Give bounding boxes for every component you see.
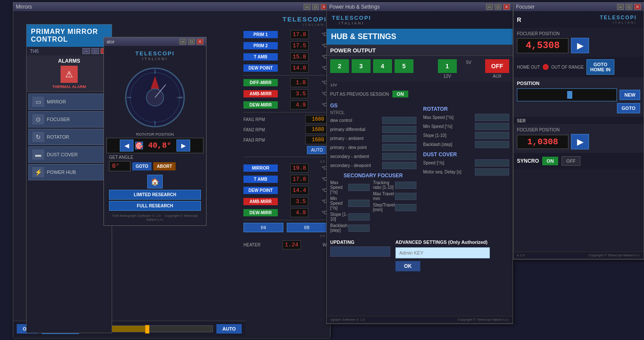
rotator-minimize-btn[interactable]: ─ [179,39,186,45]
limited-research-btn[interactable]: LIMITED RESEARCH [109,190,201,200]
rot-slope-input[interactable] [475,132,509,139]
temp-val-dewmirr2: 4.9 [290,208,308,217]
updating-input[interactable] [330,246,390,257]
dc-delay-label: Motor seq. Delay [s] [423,170,475,174]
primary-dew-label: primary - dew point [330,145,382,150]
powerhub-close-btn[interactable]: ✕ [503,4,510,10]
focuser-pos-row1: 4,5308 ▶ [517,38,640,53]
power-btn-12v[interactable]: 1 [438,59,457,73]
temp-btn-ambmirr1[interactable]: AMB-MIRR [243,90,278,97]
dc-auto-btn[interactable]: AUTO [216,324,242,334]
f4-btn[interactable]: f/4 [243,223,283,232]
setting-rot-slope: Slope [1-10] [423,132,510,139]
f8-btn[interactable]: f/8 [287,223,327,232]
focuser-titlebar: Focuser ─ □ ✕ [513,3,644,11]
focuser-play-btn1[interactable]: ▶ [571,38,589,53]
sf-slope-input[interactable] [348,213,370,221]
secondary-ambient-input[interactable] [382,153,416,160]
rotator-abort-btn[interactable]: ABORT [153,162,176,170]
syncro-on-btn[interactable]: ON [542,157,558,165]
sf-maxtravel-input[interactable] [395,193,416,200]
nav-mirror[interactable]: ▭ MIRROR [28,94,110,110]
power-btn-2[interactable]: 2 [330,59,349,73]
primary-ambient-input[interactable] [382,135,416,142]
primary-diff-input[interactable] [382,126,416,133]
goto-indicator-bar [517,88,617,101]
rot-slope-label: Slope [1-10] [423,133,475,138]
rot-minspeed-input[interactable] [475,123,509,130]
secondary-dew-input[interactable] [382,162,416,169]
heater-label: HEATER [243,243,261,247]
nav-focuser[interactable]: ⊙ FOCUSER [28,111,110,128]
rotator-close-btn[interactable]: ✕ [197,39,204,45]
temp-btn-ambmirr2[interactable]: AMB-MIRR [243,198,278,205]
rotator-goto-btn[interactable]: GOTO [132,162,152,170]
temps-ti-brand: TELESCOPI ITALIANI [243,15,327,27]
temp-btn-tamb2[interactable]: T AMB [243,176,278,183]
focuser-close-btn[interactable]: ✕ [634,4,641,10]
primary-dew-input[interactable] [382,144,416,151]
rotator-restore-btn[interactable]: □ [188,39,195,45]
dc-delay-input[interactable] [475,168,509,176]
focuser-play-btn2[interactable]: ▶ [571,134,589,149]
syncro-off-btn[interactable]: OFF [562,156,580,166]
syncro-row: SYNCRO ON OFF [513,153,644,169]
temp-btn-tamb1[interactable]: T AMB [243,53,278,61]
power-btn-aux[interactable]: OFF [485,59,509,73]
focuser-ser-label: SER [513,117,644,124]
pmc-restore-btn[interactable]: □ [91,48,99,54]
admin-key-input[interactable] [395,247,490,258]
mirrors-minimize-btn[interactable]: ─ [304,4,310,10]
power-btn-3[interactable]: 3 [352,59,371,73]
goto-home-in-btn[interactable]: GOTOHOME IN [586,59,614,75]
focuser-minimize-btn[interactable]: ─ [617,4,624,10]
rpm-row-fan3: FAN3 RPM 1680 [243,136,327,144]
nav-rotator[interactable]: ↻ ROTATOR [28,129,110,145]
focuser-brand-top: TELESCOPI [600,15,637,21]
sf-tracking-label: Tracking ratio [1-10] [373,180,395,190]
pmc-min-btn[interactable]: ─ [82,48,90,54]
mirrors-maximize-btn[interactable]: □ [312,4,319,10]
rotator-home-btn[interactable]: 🏠 [147,175,163,188]
temp-btn-dewmirr2[interactable]: DEW-MIRR [243,209,278,216]
focuser-pos-label2: FOCUSER POSITION [517,128,640,132]
power-btn-4[interactable]: 4 [373,59,392,73]
new-btn[interactable]: NEW [620,90,640,100]
setting-sf-slope: Slope [1-10] [330,212,370,222]
sec-focuser-cols: Max Speed [°/s] Min Speed [°/s] Slope [1… [330,180,416,234]
sf-steptravel-input[interactable] [395,204,416,211]
rotator-right-btn[interactable]: ▶ [176,140,190,152]
mirrors-title: Mirrors [16,4,32,10]
temp-btn-prim1[interactable]: PRIM 1 [243,31,278,38]
temp-row-diffmirr: DIFF-MIRR 1.8 °C [243,78,327,87]
ok-btn[interactable]: OK [395,261,420,271]
powerhub-maximize-btn[interactable]: □ [495,4,501,10]
temp-row-mirror2: MIRROR 19.8 °C [243,164,327,173]
temp-btn-dewmirr1[interactable]: DEW-MIRR [243,101,278,109]
rotator-left-btn[interactable]: ◀ [120,140,134,152]
rot-maxspeed-input[interactable] [475,114,509,121]
sf-steptravel-label: Step/Travel [mm] [373,203,395,212]
focuser-goto-btn[interactable]: GOTO [617,103,640,113]
focuser-maximize-btn[interactable]: □ [626,4,632,10]
sf-backlash-input[interactable] [348,225,370,232]
fans-auto-btn[interactable]: AUTO [307,146,327,154]
nav-power-hub[interactable]: ⚡ POWER HUB [28,164,110,180]
dc-speed-input[interactable] [475,159,509,167]
temp-btn-dewpoint2[interactable]: DEW POINT [243,187,278,194]
dew-control-input[interactable] [382,117,416,124]
temp-btn-diffmirr[interactable]: DIFF-MIRR [243,79,278,86]
temp-btn-prim2[interactable]: PRIM 2 [243,42,278,49]
rot-backlash-input[interactable] [475,141,509,148]
power-btn-5[interactable]: 5 [395,59,413,73]
temp-btn-mirror2[interactable]: MIRROR [243,164,278,172]
full-research-btn[interactable]: FULL RESEARCH [109,201,201,211]
temp-val-prim2: 17.5 [290,41,309,50]
powerhub-minimize-btn[interactable]: ─ [486,4,493,10]
sf-tracking-input[interactable] [395,182,416,189]
sf-maxspeed-input[interactable] [348,184,370,191]
temp-btn-dewpoint1[interactable]: DEW POINT [243,64,278,72]
sf-minspeed-input[interactable] [348,200,370,207]
nav-dust-cover[interactable]: ▬ DUST COVER [28,146,110,163]
pmc-panel: PRIMARY MIRROR CONTROL TI45 ─ □ ✕ ALARMS… [26,24,112,333]
